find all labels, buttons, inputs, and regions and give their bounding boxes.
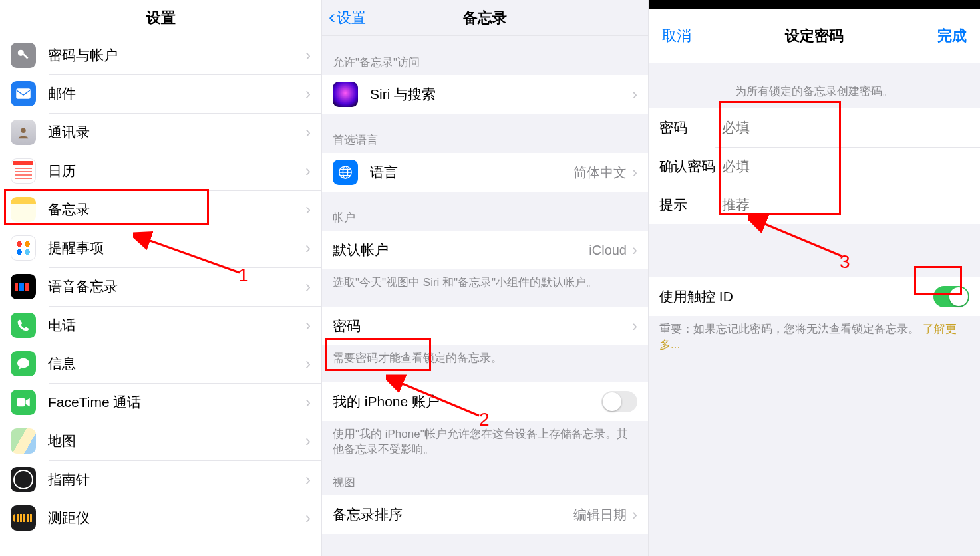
navbar-title: 设定密码 xyxy=(785,26,844,46)
row-measure[interactable]: 测距仪 › xyxy=(0,499,321,537)
row-calendar[interactable]: 日历 › xyxy=(0,152,321,190)
notes-icon xyxy=(11,197,36,222)
chevron-right-icon: › xyxy=(305,162,311,180)
row-label: 我的 iPhone 账户 xyxy=(333,392,601,411)
chevron-right-icon: › xyxy=(632,241,637,259)
chevron-right-icon: › xyxy=(632,317,637,335)
measure-icon xyxy=(11,505,36,531)
row-mail[interactable]: 邮件 › xyxy=(0,74,321,113)
facetime-icon xyxy=(11,390,36,415)
row-label: 备忘录排序 xyxy=(333,505,573,524)
back-label: 设置 xyxy=(337,8,366,28)
compass-icon xyxy=(11,467,36,492)
row-label: 备忘录 xyxy=(48,200,305,219)
contacts-icon xyxy=(11,120,36,145)
row-maps[interactable]: 地图 › xyxy=(0,422,321,460)
calendar-icon xyxy=(11,158,36,184)
navbar-title: 设置 xyxy=(146,8,176,28)
footer-text: 重要：如果忘记此密码，您将无法查看锁定备忘录。 xyxy=(659,323,919,335)
row-label: 使用触控 ID xyxy=(659,287,933,306)
annotation-label-3: 3 xyxy=(840,251,850,273)
password-hint-text: 为所有锁定的备忘录创建密码。 xyxy=(649,63,980,108)
row-label: 邮件 xyxy=(48,84,305,103)
row-label: 地图 xyxy=(48,432,305,450)
row-contacts[interactable]: 通讯录 › xyxy=(0,113,321,152)
confirm-password-input[interactable] xyxy=(721,158,969,175)
navbar-settings: 设置 xyxy=(0,0,321,36)
field-password[interactable]: 密码 xyxy=(649,108,980,147)
row-facetime[interactable]: FaceTime 通话 › xyxy=(0,383,321,422)
field-confirm-password[interactable]: 确认密码 xyxy=(649,147,980,186)
settings-list: 密码与帐户 › 邮件 › 通讯录 › 日历 › 备忘录 › 提醒事项 › xyxy=(0,36,321,537)
row-notes[interactable]: 备忘录 › xyxy=(0,190,321,229)
globe-icon xyxy=(333,160,358,185)
row-password[interactable]: 密码 › xyxy=(322,307,648,345)
chevron-right-icon: › xyxy=(305,239,311,257)
chevron-right-icon: › xyxy=(305,432,311,450)
cancel-button[interactable]: 取消 xyxy=(649,9,705,63)
chevron-right-icon: › xyxy=(305,123,311,142)
row-value: iCloud xyxy=(589,243,627,258)
row-touch-id[interactable]: 使用触控 ID xyxy=(649,277,980,316)
chevron-right-icon: › xyxy=(305,354,311,373)
key-icon xyxy=(11,43,36,68)
navbar-set-password: 取消 设定密码 完成 xyxy=(649,9,980,63)
row-sort[interactable]: 备忘录排序 编辑日期 › xyxy=(322,495,648,534)
settings-panel: 设置 密码与帐户 › 邮件 › 通讯录 › 日历 › 备忘录 › xyxy=(0,0,322,556)
mail-icon xyxy=(11,81,36,106)
svg-rect-1 xyxy=(23,53,28,59)
row-label: 密码与帐户 xyxy=(48,46,305,65)
row-value: 编辑日期 xyxy=(573,506,627,524)
group-header-view: 视图 xyxy=(322,463,648,495)
password-input[interactable] xyxy=(721,119,969,136)
row-phone[interactable]: 电话 › xyxy=(0,306,321,345)
set-password-panel: 取消 设定密码 完成 为所有锁定的备忘录创建密码。 密码 确认密码 提示 使用触… xyxy=(649,0,980,556)
row-language[interactable]: 语言 简体中文 › xyxy=(322,153,648,192)
chevron-right-icon: › xyxy=(632,85,637,104)
row-label: 日历 xyxy=(48,162,305,180)
chevron-right-icon: › xyxy=(305,277,311,296)
row-label: 电话 xyxy=(48,316,305,335)
row-siri-search[interactable]: Siri 与搜索 › xyxy=(322,75,648,114)
chevron-right-icon: › xyxy=(632,505,637,524)
hint-input[interactable] xyxy=(721,196,969,213)
field-label: 密码 xyxy=(659,118,721,137)
messages-icon xyxy=(11,351,36,376)
footer-default-account: 选取"今天"视图中 Siri 和"备忘录"小组件的默认帐户。 xyxy=(322,269,648,296)
footer-password: 需要密码才能查看锁定的备忘录。 xyxy=(322,345,648,372)
row-voice-memos[interactable]: 语音备忘录 › xyxy=(0,267,321,306)
voice-memos-icon xyxy=(11,274,36,299)
row-label: 指南针 xyxy=(48,470,305,489)
siri-icon xyxy=(333,82,358,107)
row-label: 测距仪 xyxy=(48,509,305,527)
row-default-account[interactable]: 默认帐户 iCloud › xyxy=(322,231,648,269)
phone-icon xyxy=(11,313,36,338)
row-reminders[interactable]: 提醒事项 › xyxy=(0,229,321,267)
row-value: 简体中文 xyxy=(573,164,627,182)
row-compass[interactable]: 指南针 › xyxy=(0,460,321,499)
chevron-right-icon: › xyxy=(305,393,311,412)
group-header-language: 首选语言 xyxy=(322,114,648,153)
row-messages[interactable]: 信息 › xyxy=(0,345,321,383)
chevron-right-icon: › xyxy=(305,470,311,489)
chevron-right-icon: › xyxy=(305,84,311,103)
row-label: 默认帐户 xyxy=(333,241,589,259)
chevron-left-icon: ‹ xyxy=(329,7,335,27)
row-label: 信息 xyxy=(48,354,305,373)
row-label: 语言 xyxy=(370,163,573,182)
reminders-icon xyxy=(11,235,36,261)
annotation-label-1: 1 xyxy=(238,265,249,286)
field-hint[interactable]: 提示 xyxy=(649,186,980,224)
touch-id-toggle[interactable] xyxy=(933,286,969,307)
svg-point-3 xyxy=(21,128,25,133)
chevron-right-icon: › xyxy=(632,163,637,182)
field-label: 提示 xyxy=(659,196,721,214)
iphone-account-toggle[interactable] xyxy=(601,391,637,412)
back-button[interactable]: ‹ 设置 xyxy=(325,0,370,35)
svg-rect-2 xyxy=(17,89,30,98)
done-button[interactable]: 完成 xyxy=(924,9,980,63)
field-label: 确认密码 xyxy=(659,157,721,176)
row-passwords-accounts[interactable]: 密码与帐户 › xyxy=(0,36,321,74)
svg-point-4 xyxy=(17,358,29,368)
svg-rect-5 xyxy=(17,398,25,406)
